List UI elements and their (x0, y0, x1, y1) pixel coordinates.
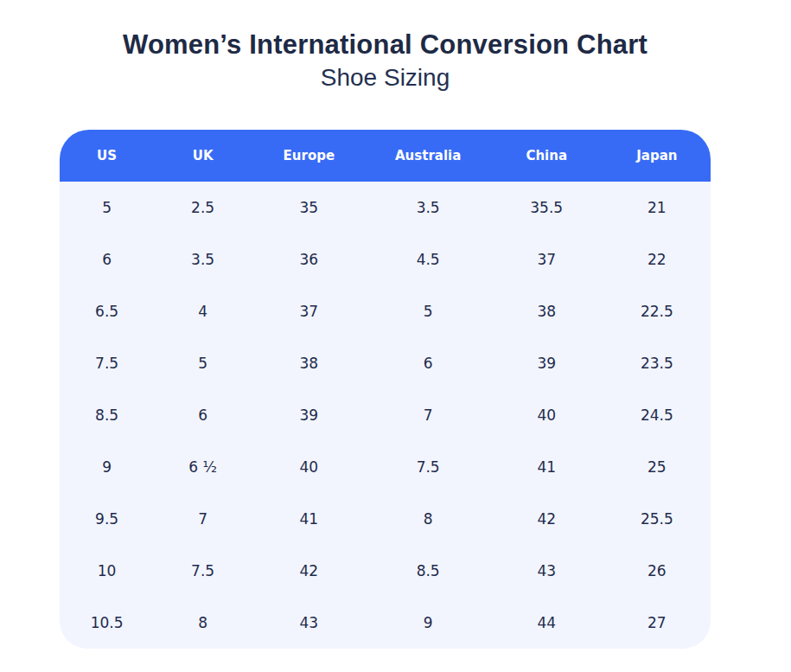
table-cell: 40 (490, 389, 603, 441)
table-cell: 37 (490, 234, 603, 285)
table-row: 7.5 5 38 6 39 23.5 (60, 337, 711, 389)
table-cell: 27 (603, 597, 711, 649)
table-cell: 7.5 (154, 545, 252, 597)
page-subtitle: Shoe Sizing (60, 64, 711, 92)
table-cell: 6 (154, 389, 252, 441)
table-cell: 8 (367, 493, 490, 545)
table-row: 10.5 8 43 9 44 27 (60, 597, 711, 649)
page-content: Women’s International Conversion Chart S… (60, 29, 711, 649)
table-cell: 35 (252, 182, 367, 234)
table-cell: 5 (367, 285, 490, 337)
table-cell: 5 (60, 182, 154, 234)
table-cell: 39 (490, 337, 603, 389)
table-cell: 41 (490, 441, 603, 493)
table-cell: 22.5 (603, 285, 711, 337)
table-cell: 36 (252, 234, 367, 285)
table-cell: 3.5 (154, 234, 252, 285)
table-cell: 24.5 (603, 389, 711, 441)
table-cell: 38 (252, 337, 367, 389)
column-header-australia: Australia (367, 130, 490, 182)
table-cell: 6 (367, 337, 490, 389)
table-cell: 2.5 (154, 182, 252, 234)
column-header-uk: UK (154, 130, 252, 182)
table-cell: 44 (490, 597, 603, 649)
table-cell: 39 (252, 389, 367, 441)
table-cell: 7 (367, 389, 490, 441)
table-cell: 35.5 (490, 182, 603, 234)
table-cell: 6 ½ (154, 441, 252, 493)
table-cell: 7.5 (60, 337, 154, 389)
table-cell: 9.5 (60, 493, 154, 545)
table-cell: 43 (252, 597, 367, 649)
table-cell: 26 (603, 545, 711, 597)
table-cell: 7.5 (367, 441, 490, 493)
column-header-china: China (490, 130, 603, 182)
column-header-japan: Japan (603, 130, 711, 182)
table-cell: 40 (252, 441, 367, 493)
table-cell: 41 (252, 493, 367, 545)
table-cell: 8.5 (367, 545, 490, 597)
table-header-row: US UK Europe Australia China Japan (60, 130, 711, 182)
table-cell: 38 (490, 285, 603, 337)
table-row: 5 2.5 35 3.5 35.5 21 (60, 182, 711, 234)
table-cell: 8.5 (60, 389, 154, 441)
table-cell: 22 (603, 234, 711, 285)
table-cell: 10.5 (60, 597, 154, 649)
table-cell: 5 (154, 337, 252, 389)
table-cell: 3.5 (367, 182, 490, 234)
page-title: Women’s International Conversion Chart (60, 29, 711, 61)
table-cell: 43 (490, 545, 603, 597)
table-cell: 42 (490, 493, 603, 545)
table-cell: 25 (603, 441, 711, 493)
conversion-table-container: US UK Europe Australia China Japan 5 2.5… (60, 130, 711, 649)
table-row: 8.5 6 39 7 40 24.5 (60, 389, 711, 441)
column-header-us: US (60, 130, 154, 182)
table-cell: 9 (367, 597, 490, 649)
table-row: 6 3.5 36 4.5 37 22 (60, 234, 711, 285)
table-cell: 25.5 (603, 493, 711, 545)
table-cell: 37 (252, 285, 367, 337)
table-cell: 4 (154, 285, 252, 337)
table-cell: 23.5 (603, 337, 711, 389)
table-cell: 9 (60, 441, 154, 493)
table-cell: 21 (603, 182, 711, 234)
table-row: 9 6 ½ 40 7.5 41 25 (60, 441, 711, 493)
table-cell: 7 (154, 493, 252, 545)
table-row: 9.5 7 41 8 42 25.5 (60, 493, 711, 545)
column-header-europe: Europe (252, 130, 367, 182)
table-cell: 6.5 (60, 285, 154, 337)
conversion-table: US UK Europe Australia China Japan 5 2.5… (60, 130, 711, 649)
table-cell: 42 (252, 545, 367, 597)
table-cell: 10 (60, 545, 154, 597)
table-cell: 6 (60, 234, 154, 285)
table-row: 6.5 4 37 5 38 22.5 (60, 285, 711, 337)
table-cell: 4.5 (367, 234, 490, 285)
table-row: 10 7.5 42 8.5 43 26 (60, 545, 711, 597)
table-cell: 8 (154, 597, 252, 649)
